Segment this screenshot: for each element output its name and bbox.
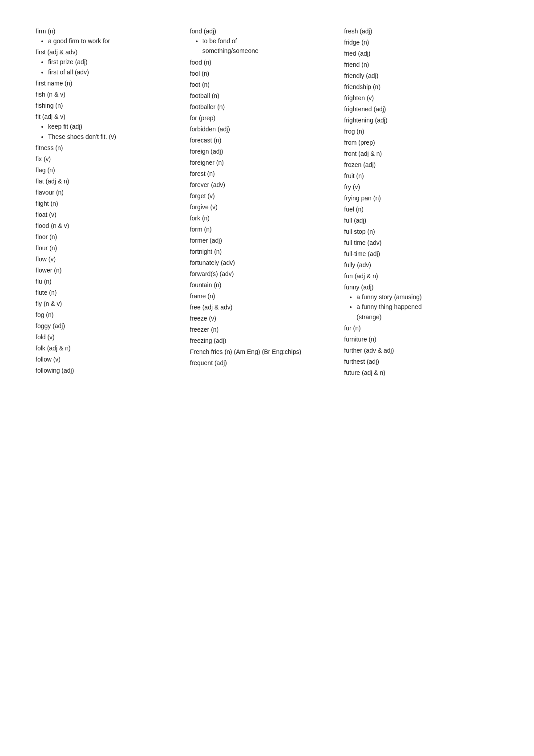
word-fit: fit (adj & v) [36,113,65,120]
entry-frog: frog (n) [344,127,490,136]
entry-fitness: fitness (n) [36,143,181,153]
example-fit-1: keep fit (adj) [48,122,181,131]
entry-food: food (n) [190,58,336,67]
entry-flower: flower (n) [36,266,181,275]
entry-foreigner: foreigner (n) [190,158,336,167]
entry-friend: friend (n) [344,60,490,69]
entry-fly: fly (n & v) [36,299,181,309]
example-first-1: first prize (adj) [48,57,181,67]
entry-flat: flat (adj & n) [36,177,181,186]
entry-flute: flute (n) [36,288,181,297]
entry-forgive: forgive (v) [190,203,336,212]
entry-fog: fog (n) [36,310,181,320]
entry-fortunately: fortunately (adv) [190,258,336,268]
entry-fool: fool (n) [190,69,336,78]
entry-forest: forest (n) [190,169,336,179]
entry-forwards: forward(s) (adv) [190,269,336,279]
entry-flight: flight (n) [36,199,181,208]
entry-foggy: foggy (adj) [36,321,181,331]
entry-fry: fry (v) [344,183,490,192]
entry-further: further (adv & adj) [344,346,490,355]
entry-funny: funny (adj) a funny story (amusing) a fu… [344,283,490,322]
entry-forbidden: forbidden (adj) [190,125,336,134]
entry-flavour: flavour (n) [36,188,181,197]
entry-furthest: furthest (adj) [344,357,490,366]
entry-front: front (adj & n) [344,149,490,159]
word-fond: fond (adj) [190,28,216,35]
entry-from: from (prep) [344,138,490,147]
entry-fresh: fresh (adj) [344,27,490,36]
entry-freezer: freezer (n) [190,325,336,334]
entry-flu: flu (n) [36,277,181,286]
entry-full: full (adj) [344,216,490,225]
entry-furniture: furniture (n) [344,335,490,344]
entry-forever: forever (adv) [190,180,336,190]
entry-for: for (prep) [190,114,336,123]
entry-forget: forget (v) [190,191,336,201]
entry-free: free (adj & adv) [190,303,336,312]
entry-foot: foot (n) [190,80,336,89]
entry-fishing: fishing (n) [36,101,181,110]
entry-fit: fit (adj & v) keep fit (adj) These shoes… [36,112,181,142]
entry-frame: frame (n) [190,292,336,301]
entry-fountain: fountain (n) [190,280,336,290]
entry-flood: flood (n & v) [36,221,181,231]
entry-form: form (n) [190,225,336,234]
entry-frozen: frozen (adj) [344,160,490,170]
example-firm-1: a good firm to work for [48,36,181,46]
column-3: fresh (adj) fridge (n) fried (adj) frien… [344,27,498,379]
entry-fork: fork (n) [190,214,336,223]
entry-fortnight: fortnight (n) [190,247,336,256]
entry-freeze: freeze (v) [190,314,336,323]
main-columns: firm (n) a good firm to work for first (… [36,27,498,379]
word-firm: firm (n) [36,28,55,35]
example-first-2: first of all (adv) [48,67,181,77]
entry-first: first (adj & adv) first prize (adj) firs… [36,48,181,77]
entry-fuel: fuel (n) [344,205,490,214]
entry-float: float (v) [36,210,181,219]
entry-french-fries: French fries (n) (Am Eng) (Br Eng:chips) [190,347,336,357]
entry-fur: fur (n) [344,324,490,333]
entry-fold: fold (v) [36,333,181,342]
entry-full-stop: full stop (n) [344,227,490,236]
entry-frightening: frightening (adj) [344,116,490,125]
entry-future: future (adj & n) [344,368,490,378]
entry-flour: flour (n) [36,244,181,253]
entry-full-time-adv: full time (adv) [344,238,490,248]
entry-flow: flow (v) [36,255,181,264]
column-2: fond (adj) to be fond ofsomething/someon… [190,27,344,370]
entry-freezing: freezing (adj) [190,336,336,345]
entry-frequent: frequent (adj) [190,358,336,368]
entry-first-name: first name (n) [36,79,181,88]
word-funny: funny (adj) [344,284,373,291]
entry-footballer: footballer (n) [190,102,336,112]
entry-frighten: frighten (v) [344,93,490,103]
entry-fond: fond (adj) to be fond ofsomething/someon… [190,27,336,56]
example-funny-2: a funny thing happened(strange) [356,302,490,322]
entry-fun: fun (adj & n) [344,272,490,281]
entry-flag: flag (n) [36,166,181,175]
entry-forecast: forecast (n) [190,136,336,145]
example-funny-1: a funny story (amusing) [356,292,490,302]
entry-full-time-adj: full-time (adj) [344,249,490,259]
entry-fix: fix (v) [36,154,181,164]
entry-following: following (adj) [36,366,181,375]
entry-fridge: fridge (n) [344,38,490,47]
entry-floor: floor (n) [36,232,181,242]
entry-friendly: friendly (adj) [344,71,490,81]
entry-folk: folk (adj & n) [36,344,181,353]
example-fit-2: These shoes don't fit. (v) [48,132,181,142]
example-fond-1: to be fond ofsomething/someone [202,36,336,56]
entry-frightened: frightened (adj) [344,105,490,114]
entry-former: former (adj) [190,236,336,245]
entry-frying-pan: frying pan (n) [344,194,490,203]
entry-follow: follow (v) [36,355,181,364]
entry-firm: firm (n) a good firm to work for [36,27,181,46]
word-first: first (adj & adv) [36,49,77,56]
column-1: firm (n) a good firm to work for first (… [36,27,190,377]
entry-football: football (n) [190,91,336,101]
entry-fruit: fruit (n) [344,171,490,181]
entry-fish: fish (n & v) [36,90,181,99]
entry-foreign: foreign (adj) [190,147,336,156]
entry-friendship: friendship (n) [344,82,490,92]
